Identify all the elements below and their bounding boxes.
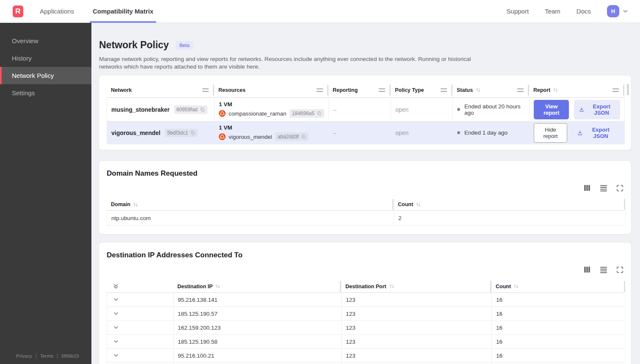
sidebar-item-history[interactable]: History — [0, 50, 91, 67]
destinations-table-body: 95.216.138.141 123 16 185.125.190.57 123… — [107, 292, 624, 364]
row-expander[interactable] — [107, 349, 174, 362]
sort-icon[interactable] — [475, 87, 481, 93]
column-header-count[interactable]: Count — [491, 280, 625, 292]
terms-link[interactable]: Terms — [40, 353, 53, 358]
column-header-resources[interactable]: Resources — [214, 83, 328, 97]
row-expander[interactable] — [107, 321, 174, 334]
chevron-down-icon[interactable] — [622, 8, 629, 14]
chevron-down-icon[interactable] — [113, 339, 119, 345]
status-text: Ended 1 day ago — [464, 130, 508, 136]
columns-icon[interactable] — [583, 266, 591, 273]
download-icon — [579, 106, 584, 113]
count-cell: 2 — [394, 211, 626, 225]
sort-icon[interactable] — [389, 284, 394, 289]
row-expander[interactable] — [107, 293, 174, 306]
columns-icon[interactable] — [583, 184, 591, 192]
domain-row[interactable]: ntp.ubuntu.com 2 — [107, 211, 624, 226]
destination-row[interactable]: 185.125.190.57 123 16 — [107, 307, 624, 321]
user-menu[interactable]: H — [607, 5, 629, 17]
drag-handle-icon[interactable] — [317, 88, 323, 92]
drag-handle-icon[interactable] — [202, 88, 209, 92]
hide-report-button[interactable]: Hide report — [534, 123, 567, 143]
sort-icon[interactable] — [513, 284, 519, 289]
logo-icon[interactable]: R — [13, 6, 23, 17]
network-cell: musing_stonebraker 60959fad — [107, 98, 215, 121]
copy-icon[interactable] — [190, 130, 195, 135]
density-icon[interactable] — [600, 184, 607, 192]
sidebar-item-overview-label: Overview — [12, 37, 39, 44]
ubuntu-icon — [219, 110, 226, 117]
column-header-reporting[interactable]: Reporting — [328, 83, 391, 97]
sidebar-item-network-policy[interactable]: Network Policy — [0, 67, 91, 84]
chevron-down-icon[interactable] — [113, 353, 119, 358]
fullscreen-icon[interactable] — [616, 266, 623, 273]
column-header-destination-ip[interactable]: Destination IP — [173, 280, 341, 292]
export-json-label: Export JSON — [587, 127, 615, 139]
destination-ip-cell: 95.216.100.21 — [174, 349, 342, 362]
resources-cell: 1 VM compassionate_raman 184696a5 — [215, 98, 329, 121]
sort-icon[interactable] — [215, 284, 221, 289]
sort-icon[interactable] — [133, 202, 138, 207]
sort-icon[interactable] — [553, 87, 558, 93]
export-json-button[interactable]: Export JSON — [572, 123, 620, 143]
sidebar-item-settings[interactable]: Settings — [0, 84, 91, 102]
drag-handle-icon[interactable] — [379, 88, 385, 92]
column-label: Count — [496, 284, 511, 290]
privacy-link[interactable]: Privacy — [16, 353, 32, 358]
density-icon[interactable] — [600, 266, 607, 273]
copy-icon[interactable] — [301, 134, 306, 139]
table-toolbar — [107, 266, 623, 273]
sidebar-item-overview[interactable]: Overview — [0, 32, 91, 50]
scrollbar-thumb[interactable] — [627, 84, 629, 95]
destination-row[interactable]: 162.159.200.123 123 16 — [107, 321, 624, 335]
column-header-domain[interactable]: Domain — [107, 199, 394, 210]
drag-handle-icon[interactable] — [517, 88, 524, 92]
copy-icon[interactable] — [317, 111, 322, 116]
column-label: Status — [457, 87, 473, 93]
chevron-down-icon[interactable] — [113, 311, 119, 317]
network-id-pill[interactable]: 5bdf3dc1 — [165, 129, 198, 137]
domains-table: Domain Count ntp.ubuntu.com 2 — [107, 199, 624, 226]
expand-all-icon[interactable] — [113, 283, 119, 290]
tab-compatibility-matrix[interactable]: Compatibility Matrix — [91, 0, 155, 23]
footer-divider — [36, 353, 36, 358]
chevron-down-icon[interactable] — [113, 325, 119, 331]
main-content: Network Policy Beta Manage network polic… — [91, 23, 640, 364]
destination-row[interactable]: 185.125.190.58 123 16 — [107, 335, 624, 349]
column-header-report[interactable]: Report — [529, 83, 624, 97]
nav-link-support[interactable]: Support — [507, 8, 529, 15]
network-row-vigorous-mendel[interactable]: vigorous_mendel 5bdf3dc1 1 VM vigorous_m… — [107, 121, 624, 144]
network-row-musing-stonebraker[interactable]: musing_stonebraker 60959fad 1 VM compass… — [107, 98, 624, 121]
network-id-pill[interactable]: 60959fad — [174, 105, 207, 114]
copy-icon[interactable] — [200, 107, 205, 112]
drag-handle-icon[interactable] — [441, 88, 447, 92]
column-header-network[interactable]: Network — [107, 83, 214, 97]
resource-name: vigorous_mendel — [229, 134, 272, 140]
column-header-count[interactable]: Count — [394, 199, 625, 210]
export-json-button[interactable]: Export JSON — [574, 100, 620, 119]
tab-applications[interactable]: Applications — [38, 0, 76, 23]
destination-row[interactable]: 95.216.138.141 123 16 — [107, 293, 624, 307]
nav-link-team[interactable]: Team — [545, 8, 560, 15]
resource-id-pill[interactable]: aba2dd3f — [275, 132, 309, 141]
row-expander[interactable] — [107, 335, 174, 348]
domains-table-body: ntp.ubuntu.com 2 — [107, 210, 624, 226]
resource-id: 184696a5 — [292, 110, 314, 116]
count-cell: 16 — [492, 349, 626, 362]
chevron-down-icon[interactable] — [113, 297, 119, 303]
column-header-destination-port[interactable]: Destination Port — [341, 280, 491, 292]
drag-handle-icon[interactable] — [612, 88, 619, 92]
column-header-policy-type[interactable]: Policy Type — [391, 83, 452, 97]
sort-icon[interactable] — [416, 202, 421, 207]
destination-row[interactable]: 95.216.100.21 123 16 — [107, 349, 624, 363]
row-expander[interactable] — [107, 307, 174, 320]
count-cell: 16 — [492, 321, 626, 334]
expand-all-header[interactable] — [107, 280, 173, 292]
fullscreen-icon[interactable] — [616, 185, 623, 192]
report-cell: Hide report Export JSON — [530, 121, 625, 144]
column-header-status[interactable]: Status — [452, 83, 529, 97]
avatar[interactable]: H — [607, 5, 619, 17]
nav-link-docs[interactable]: Docs — [577, 8, 591, 15]
resource-id-pill[interactable]: 184696a5 — [290, 109, 324, 118]
view-report-button[interactable]: View report — [534, 100, 569, 119]
